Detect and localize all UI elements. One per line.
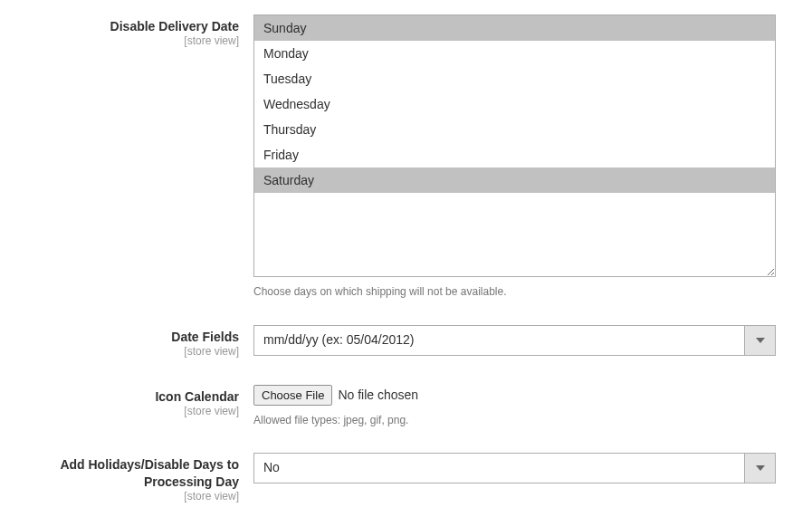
field-label: Add Holidays/Disable Days to Processing …	[36, 456, 239, 489]
date-fields-select[interactable]: mm/dd/yy (ex: 05/04/2012)	[253, 325, 776, 356]
multiselect-option[interactable]: Saturday	[254, 168, 775, 193]
multiselect-option[interactable]: Wednesday	[254, 91, 775, 117]
scope-label: [store view]	[36, 405, 239, 419]
multiselect-option[interactable]: Tuesday	[254, 66, 775, 91]
help-text: Choose days on which shipping will not b…	[253, 284, 776, 300]
field-label: Date Fields	[36, 329, 239, 345]
label-column: Date Fields [store view]	[36, 325, 253, 359]
multiselect-option[interactable]: Thursday	[254, 117, 775, 142]
field-label: Disable Delivery Date	[36, 18, 239, 34]
scope-label: [store view]	[36, 345, 239, 359]
input-column: SundayMondayTuesdayWednesdayThursdayFrid…	[253, 14, 776, 300]
chevron-down-icon	[744, 326, 775, 355]
file-input-row: Choose File No file chosen	[253, 385, 776, 406]
scope-label: [store view]	[36, 490, 239, 504]
field-label: Icon Calendar	[36, 388, 239, 405]
field-add-holidays: Add Holidays/Disable Days to Processing …	[36, 453, 776, 503]
help-text: Allowed file types: jpeg, gif, png.	[253, 413, 776, 428]
disable-delivery-multiselect[interactable]: SundayMondayTuesdayWednesdayThursdayFrid…	[253, 14, 776, 277]
field-disable-delivery-date: Disable Delivery Date [store view] Sunda…	[36, 14, 776, 300]
label-column: Icon Calendar [store view]	[36, 385, 253, 419]
file-status-text: No file chosen	[338, 388, 418, 402]
chevron-down-icon	[744, 454, 775, 483]
select-value: mm/dd/yy (ex: 05/04/2012)	[254, 326, 744, 355]
select-value: No	[254, 454, 744, 483]
add-holidays-select[interactable]: No	[253, 453, 776, 483]
label-column: Disable Delivery Date [store view]	[36, 14, 253, 49]
multiselect-option[interactable]: Monday	[254, 41, 775, 66]
input-column: No	[253, 453, 776, 483]
field-date-fields: Date Fields [store view] mm/dd/yy (ex: 0…	[36, 325, 776, 359]
choose-file-button[interactable]: Choose File	[253, 385, 332, 406]
field-icon-calendar: Icon Calendar [store view] Choose File N…	[36, 385, 776, 428]
scope-label: [store view]	[36, 34, 239, 49]
label-column: Add Holidays/Disable Days to Processing …	[36, 453, 253, 503]
input-column: Choose File No file chosen Allowed file …	[253, 385, 776, 428]
multiselect-option[interactable]: Sunday	[254, 15, 775, 41]
input-column: mm/dd/yy (ex: 05/04/2012)	[253, 325, 776, 356]
multiselect-option[interactable]: Friday	[254, 142, 775, 168]
